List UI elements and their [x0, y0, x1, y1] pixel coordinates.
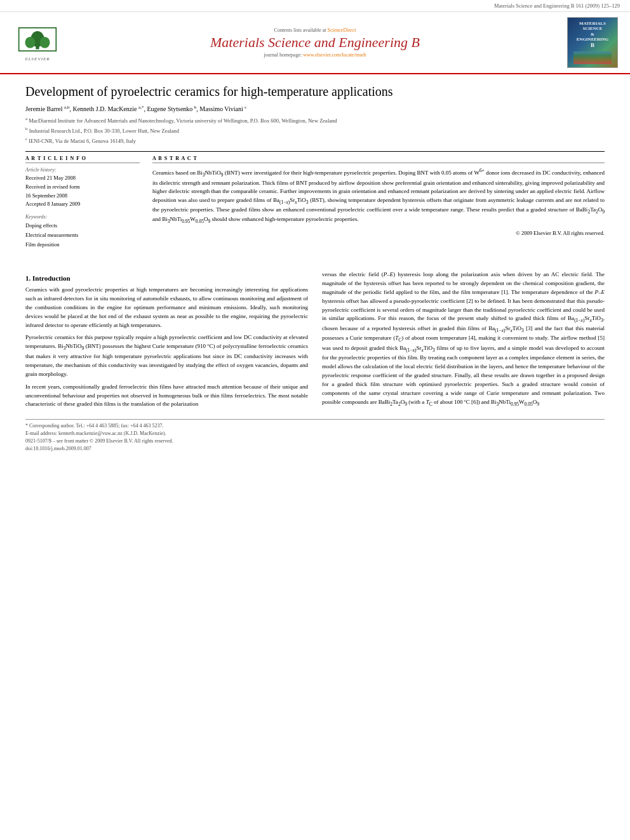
contents-text: Contents lists available at [274, 27, 326, 33]
header-center: Contents lists available at ScienceDirec… [72, 27, 558, 58]
main-body: 1. Introduction Ceramics with good pyroe… [0, 264, 630, 420]
keywords-label: Keywords: [25, 214, 140, 220]
header: ELSEVIER Contents lists available at Sci… [0, 12, 630, 74]
elsevier-logo-svg [15, 27, 60, 52]
sciencedirect-link[interactable]: ScienceDirect [328, 27, 356, 33]
intro-para-2: Pyroelectric ceramics for this purpose t… [25, 333, 308, 378]
journal-bar: Materials Science and Engineering B 161 … [0, 0, 630, 12]
journal-cover-image: MATERIALSSCIENCE&ENGINEERINGB [567, 17, 618, 68]
header-right: MATERIALSSCIENCE&ENGINEERINGB [564, 17, 621, 68]
homepage-label: journal homepage: [264, 52, 302, 58]
copyright: © 2009 Elsevier B.V. All rights reserved… [152, 230, 605, 236]
sciencedirect-line: Contents lists available at ScienceDirec… [72, 27, 558, 33]
article-history-block: Article history: Received 21 May 2008 Re… [25, 167, 140, 208]
keywords-list: Doping effects Electrical measurements F… [25, 221, 140, 250]
article-dates: Received 21 May 2008 Received in revised… [25, 174, 140, 208]
page: Materials Science and Engineering B 161 … [0, 0, 630, 840]
keywords-block: Keywords: Doping effects Electrical meas… [25, 214, 140, 250]
abstract-header: A B S T R A C T [152, 156, 605, 163]
date-revised-label: Received in revised form [25, 183, 140, 192]
date-accepted: Accepted 8 January 2009 [25, 200, 140, 209]
affiliations: a MacDiarmid Institute for Advanced Mate… [25, 116, 605, 145]
article-content: Development of pyroelectric ceramics for… [0, 74, 630, 264]
left-column: 1. Introduction Ceramics with good pyroe… [25, 270, 308, 413]
keyword-2: Electrical measurements [25, 230, 140, 240]
header-left: ELSEVIER [9, 23, 66, 62]
footer-note-2: E-mail address: kenneth.mackenzie@vuw.ac… [25, 430, 605, 437]
svg-point-3 [40, 37, 50, 48]
affiliation-a: a MacDiarmid Institute for Advanced Mate… [25, 116, 605, 125]
affiliation-c: c IENI-CNR, Via de Marini 6, Genova 1614… [25, 137, 605, 145]
date-revised: 16 September 2008 [25, 192, 140, 201]
intro-para-3: In recent years, compositionally graded … [25, 383, 308, 410]
elsevier-text: ELSEVIER [25, 57, 50, 62]
keyword-3: Film deposition [25, 240, 140, 250]
journal-title: Materials Science and Engineering B [72, 34, 558, 51]
elsevier-logo [12, 23, 63, 55]
right-column: versus the electric field (P–E) hysteres… [322, 270, 605, 413]
info-section: A R T I C L E I N F O Article history: R… [25, 151, 605, 255]
authors: Jeremie Barrel a,b, Kenneth J.D. MacKenz… [25, 105, 605, 112]
homepage-url[interactable]: www.elsevier.com/locate/mseb [303, 52, 366, 58]
journal-homepage: journal homepage: www.elsevier.com/locat… [72, 52, 558, 58]
keyword-1: Doping effects [25, 221, 140, 230]
date-received: Received 21 May 2008 [25, 174, 140, 183]
intro-section-title: 1. Introduction [25, 274, 308, 282]
cover-title: MATERIALSSCIENCE&ENGINEERINGB [577, 21, 609, 49]
right-para-1: versus the electric field (P–E) hysteres… [322, 270, 605, 408]
intro-para-1: Ceramics with good pyroelectric properti… [25, 286, 308, 330]
article-info-column: A R T I C L E I N F O Article history: R… [25, 156, 140, 255]
journal-citation: Materials Science and Engineering B 161 … [494, 3, 620, 9]
footer: * Corresponding author. Tel.: +64 4 463 … [25, 419, 605, 453]
svg-point-2 [25, 37, 35, 48]
affiliation-b: b Industrial Research Ltd., P.O. Box 30-… [25, 126, 605, 135]
footer-note-1: * Corresponding author. Tel.: +64 4 463 … [25, 422, 605, 430]
abstract-section: A B S T R A C T Ceramics based on Bi3NbT… [152, 156, 605, 255]
history-label: Article history: [25, 167, 140, 173]
footer-note-3: 0921-5107/$ – see front matter © 2009 El… [25, 437, 605, 453]
article-info-header: A R T I C L E I N F O [25, 156, 140, 163]
article-title: Development of pyroelectric ceramics for… [25, 83, 605, 100]
abstract-text: Ceramics based on Bi3NbTiO9 (BNT) were i… [152, 167, 605, 224]
